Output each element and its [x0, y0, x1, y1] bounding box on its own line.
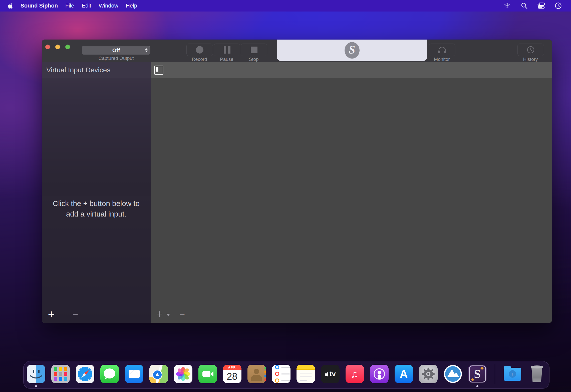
pause-label: Pause	[214, 57, 240, 62]
spotlight-search-icon[interactable]	[520, 2, 528, 9]
dock-item-maps[interactable]	[149, 365, 168, 383]
menu-item-edit[interactable]: Edit	[82, 3, 91, 9]
dock-item-launchpad[interactable]	[51, 365, 70, 383]
wifi-warning-icon[interactable]	[503, 2, 511, 9]
zoom-button[interactable]	[65, 45, 70, 49]
podcasts-icon	[370, 365, 389, 383]
dock-item-downloads[interactable]: ↓	[503, 365, 522, 383]
content-area: + −	[151, 62, 552, 323]
history-clock-icon	[526, 46, 535, 54]
sidebar-empty-message: Click the + button below to add a virtua…	[51, 198, 142, 219]
contacts-icon	[247, 365, 266, 383]
dock-item-soundsiphon[interactable]: S	[468, 365, 487, 383]
menu-item-window[interactable]: Window	[99, 3, 118, 9]
popup-chevrons-icon	[145, 48, 148, 53]
chevron-down-icon[interactable]	[166, 314, 170, 316]
logo-panel: S	[277, 40, 427, 61]
sidebar-title: Virtual Input Devices	[42, 62, 151, 78]
running-indicator-dot	[476, 385, 478, 387]
dock-item-safari[interactable]	[76, 365, 94, 383]
sound-siphon-logo: S	[345, 42, 360, 59]
launchpad-icon	[51, 365, 70, 383]
calendar-icon: APR28	[223, 365, 241, 383]
menu-items: FileEditWindowHelp	[65, 3, 137, 9]
monitor-label: Monitor	[429, 57, 455, 62]
mountain-app-icon	[444, 365, 462, 383]
clock-icon[interactable]	[554, 2, 562, 9]
captured-output-value: Off	[112, 47, 120, 53]
safari-icon	[76, 365, 94, 383]
maps-icon	[149, 365, 168, 383]
toggle-sidebar-icon[interactable]	[154, 66, 163, 75]
dock-item-calendar[interactable]: APR28	[223, 365, 241, 383]
desktop: { "menu_bar": { "apple_logo": "apple-ico…	[0, 0, 571, 392]
close-button[interactable]	[45, 45, 50, 49]
downloads-folder-icon: ↓	[503, 365, 522, 383]
stop-icon	[251, 47, 257, 53]
dock-item-notes[interactable]	[297, 365, 315, 383]
content-add-button[interactable]: +	[155, 309, 165, 319]
notes-icon	[297, 365, 315, 383]
dock-item-appstore[interactable]: A	[395, 365, 413, 383]
captured-output-label: Captured Output	[82, 56, 150, 61]
apple-icon[interactable]	[8, 3, 13, 9]
history-button[interactable]	[517, 44, 544, 56]
headphones-icon	[437, 46, 447, 54]
dock-item-contacts[interactable]	[247, 365, 266, 383]
window-toolbar: Off Captured Output Record Pause Stop S …	[42, 40, 552, 62]
dock-item-mountain[interactable]	[444, 365, 462, 383]
add-virtual-input-button[interactable]: +	[46, 308, 57, 320]
sidebar: Virtual Input Devices Click the + button…	[42, 62, 151, 323]
dock-item-music[interactable]: ♫	[346, 365, 364, 383]
stop-button[interactable]	[241, 44, 267, 56]
captured-output-popup[interactable]: Off	[82, 46, 150, 55]
monitor-button[interactable]	[429, 44, 455, 56]
pause-button[interactable]	[214, 44, 240, 56]
mail-icon	[125, 365, 143, 383]
dock-item-appletv[interactable]: tv	[321, 365, 340, 383]
running-indicator-dot	[35, 385, 37, 387]
trash-icon	[528, 365, 546, 383]
apple-tv-icon: tv	[321, 365, 340, 383]
sound-siphon-icon: S	[468, 365, 487, 383]
finder-icon	[27, 365, 45, 383]
content-remove-button[interactable]: −	[177, 309, 187, 319]
dock-item-facetime[interactable]	[198, 365, 217, 383]
photos-icon	[174, 365, 192, 383]
pause-icon	[224, 46, 230, 54]
menu-item-help[interactable]: Help	[126, 3, 137, 9]
content-header	[151, 62, 552, 78]
music-icon: ♫	[346, 365, 364, 383]
menu-item-file[interactable]: File	[65, 3, 74, 9]
record-label: Record	[186, 57, 212, 62]
menu-app-name[interactable]: Sound Siphon	[21, 3, 58, 9]
dock-item-trash[interactable]	[528, 365, 546, 383]
dock-item-reminders[interactable]	[272, 365, 291, 383]
remove-virtual-input-button[interactable]: −	[70, 309, 81, 319]
dock-item-podcasts[interactable]	[370, 365, 389, 383]
stop-label: Stop	[241, 57, 267, 62]
app-store-icon: A	[395, 365, 413, 383]
menu-bar: Sound Siphon FileEditWindowHelp	[0, 0, 571, 12]
dock-item-messages[interactable]	[100, 365, 119, 383]
dock-item-photos[interactable]	[174, 365, 192, 383]
sound-siphon-window: Off Captured Output Record Pause Stop S …	[42, 40, 552, 323]
control-center-icon[interactable]	[537, 2, 545, 9]
sidebar-footer: + −	[42, 305, 151, 323]
messages-icon	[100, 365, 119, 383]
dock-item-mail[interactable]	[125, 365, 143, 383]
dock-item-finder[interactable]	[27, 365, 45, 383]
dock-item-systemprefs[interactable]	[419, 365, 438, 383]
reminders-icon	[272, 365, 291, 383]
facetime-icon	[198, 365, 217, 383]
record-icon	[196, 46, 203, 54]
record-button[interactable]	[186, 44, 213, 56]
history-label: History	[517, 57, 543, 62]
menu-status-icons	[503, 2, 571, 9]
dock-separator	[495, 364, 495, 384]
minimize-button[interactable]	[55, 45, 60, 49]
system-preferences-icon	[419, 365, 438, 383]
dock: APR28 tv♫ A S↓	[23, 361, 549, 389]
content-footer: + −	[151, 305, 187, 323]
